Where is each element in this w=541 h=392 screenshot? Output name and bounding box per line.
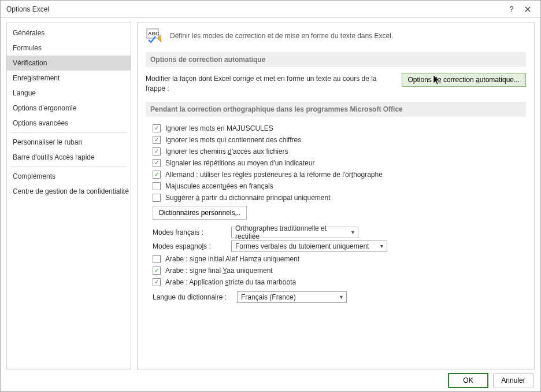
checkbox-flag-repeats[interactable] [153,159,161,167]
label-main-dict-only: Suggérer à partir du dictionnaire princi… [165,194,331,202]
svg-text:ABC: ABC [148,31,160,36]
checkbox-german-reform[interactable] [153,171,161,179]
sidebar-item-proofing[interactable]: Vérification [7,56,131,71]
close-button[interactable] [520,2,536,16]
checkbox-ignore-uppercase[interactable] [153,124,161,132]
sidebar-item-quick-access[interactable]: Barre d'outils Accès rapide [7,150,131,165]
window-title: Options Excel [6,5,503,13]
custom-dictionaries-button[interactable]: Dictionnaires personnels... [153,206,247,220]
checkbox-arabic-yaa[interactable] [153,267,161,275]
proofing-icon: ABC [146,28,164,44]
label-french-modes: Modes français : [153,228,228,236]
section-spelling-title: Pendant la correction orthographique dan… [146,102,526,117]
select-dict-language[interactable]: Français (France) ▼ [237,291,347,303]
checkbox-arabic-taa[interactable] [153,278,161,286]
page-header: ABC Définir les modes de correction et d… [146,28,526,44]
checkbox-ignore-paths[interactable] [153,147,161,156]
help-button[interactable]: ? [503,2,520,16]
label-flag-repeats: Signaler les répétitions au moyen d'un i… [165,159,314,167]
titlebar: Options Excel ? [1,1,540,18]
dialog-footer: OK Annuler [1,369,540,391]
label-arabic-alef-hamza: Arabe : signe initial Alef Hamza uniquem… [165,255,299,263]
label-spanish-modes: Modes espagnols : [153,242,228,250]
autocorrect-options-button[interactable]: Options de correction automatique... [402,73,526,87]
section-autocorrect-title: Options de correction automatique [146,52,526,67]
cancel-button[interactable]: Annuler [493,373,533,387]
checkbox-arabic-alef-hamza[interactable] [153,255,161,263]
label-arabic-yaa: Arabe : signe final Yaa uniquement [165,267,273,275]
sidebar-item-customize-ribbon[interactable]: Personnaliser le ruban [7,135,131,150]
page-description: Définir les modes de correction et de mi… [170,32,393,40]
sidebar-item-formulas[interactable]: Formules [7,40,131,56]
sidebar-item-save[interactable]: Enregistrement [7,71,131,86]
label-ignore-numbers: Ignorer les mots qui contiennent des chi… [165,136,301,144]
select-spanish-modes-value: Formes verbales du tutoiement uniquement [235,242,369,250]
sidebar-item-trust-center[interactable]: Centre de gestion de la confidentialité [7,184,131,199]
close-icon [525,6,531,12]
select-french-modes[interactable]: Orthographes traditionnelle et rectifiée… [231,227,358,238]
content-panel: ABC Définir les modes de correction et d… [137,23,535,369]
label-french-caps: Majuscules accentuées en français [165,182,273,190]
sidebar-separator [10,167,127,167]
autocorrect-description: Modifier la façon dont Excel corrige et … [146,73,390,94]
label-ignore-paths: Ignorer les chemins d'accès aux fichiers [165,147,288,156]
label-german-reform: Allemand : utiliser les règles postérieu… [165,171,383,179]
chevron-down-icon: ▼ [376,243,384,249]
sidebar-separator [10,132,127,133]
checkbox-french-caps[interactable] [153,182,161,190]
label-dict-language: Langue du dictionnaire : [153,293,234,301]
label-ignore-uppercase: Ignorer les mots en MAJUSCULES [165,124,273,132]
checkbox-main-dict-only[interactable] [153,194,161,202]
ok-button[interactable]: OK [448,373,488,388]
checkbox-ignore-numbers[interactable] [153,136,161,144]
sidebar-item-language[interactable]: Langue [7,86,131,101]
chevron-down-icon: ▼ [335,294,344,300]
select-dict-language-value: Français (France) [241,293,296,301]
select-french-modes-value: Orthographes traditionnelle et rectifiée [235,224,347,241]
sidebar-item-general[interactable]: Générales [7,25,131,40]
sidebar-item-addins[interactable]: Compléments [7,169,131,184]
sidebar-item-advanced[interactable]: Options avancées [7,116,131,131]
options-sidebar: Générales Formules Vérification Enregist… [6,23,131,369]
chevron-down-icon: ▼ [347,230,355,235]
label-arabic-taa: Arabe : Application stricte du taa marbo… [165,278,296,286]
select-spanish-modes[interactable]: Formes verbales du tutoiement uniquement… [231,241,387,252]
sidebar-item-accessibility[interactable]: Options d'ergonomie [7,101,131,116]
